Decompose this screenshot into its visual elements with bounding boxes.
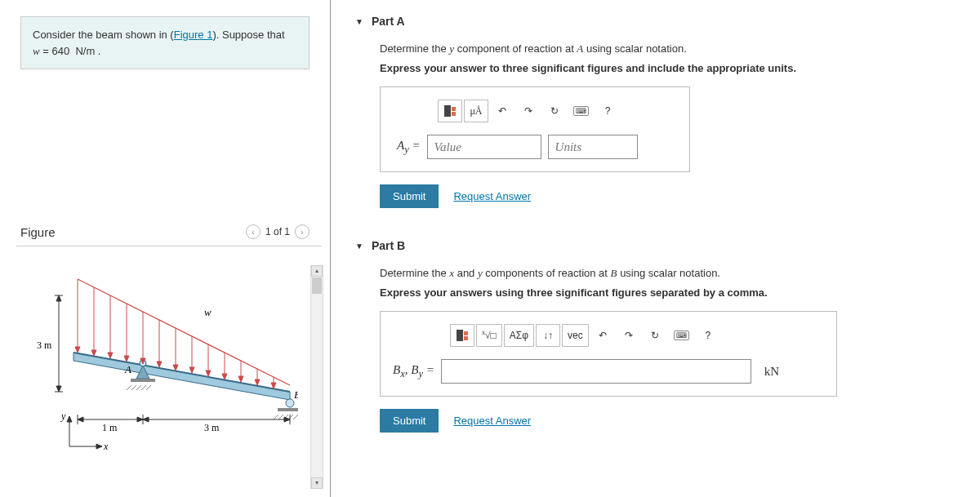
part-a-label: Ay = [397, 139, 421, 156]
help-button[interactable]: ? [595, 100, 620, 122]
svg-marker-30 [143, 417, 149, 422]
svg-marker-49 [173, 365, 178, 371]
svg-marker-57 [238, 376, 243, 382]
scroll-up-button[interactable]: ▴ [311, 265, 323, 277]
template-button[interactable] [450, 324, 474, 347]
units-button[interactable]: μÅ [464, 100, 488, 122]
svg-marker-35 [67, 416, 72, 422]
undo-button[interactable]: ↶ [590, 324, 615, 347]
svg-marker-51 [189, 367, 194, 373]
part-a-answer-row: Ay = [397, 135, 677, 159]
svg-line-13 [274, 415, 278, 419]
part-b-instruction: Express your answers using three signifi… [380, 286, 956, 299]
greek-button[interactable]: ΑΣφ [504, 324, 534, 347]
dim-3m-horiz: 3 m [204, 422, 220, 433]
keyboard-icon: ⌨ [674, 331, 689, 340]
part-b-label: Bx, By = [393, 363, 434, 380]
scroll-down-button[interactable]: ▾ [311, 477, 323, 489]
keyboard-button[interactable]: ⌨ [568, 100, 594, 122]
problem-equation: = 640 N/m . [40, 45, 101, 57]
svg-line-17 [293, 415, 298, 419]
part-a-submit-row: Submit Request Answer [380, 184, 956, 208]
redo-button[interactable]: ↷ [516, 100, 541, 122]
part-b-answer-box: x√□ ΑΣφ ↓↑ vec ↶ ↷ ↻ ⌨ ? Bx, By = kN [380, 311, 837, 397]
left-panel: Consider the beam shown in (Figure 1). S… [0, 0, 331, 497]
figure-link[interactable]: Figure 1 [174, 29, 213, 41]
problem-var: w [33, 45, 40, 57]
undo-button[interactable]: ↶ [490, 100, 514, 122]
figure-header: Figure ‹ 1 of 1 › [0, 216, 330, 246]
caret-down-icon: ▼ [355, 17, 363, 26]
submit-button[interactable]: Submit [380, 409, 439, 433]
reset-button[interactable]: ↻ [643, 324, 667, 347]
part-b-toolbar: x√□ ΑΣφ ↓↑ vec ↶ ↷ ↻ ⌨ ? [450, 324, 824, 347]
svg-marker-21 [56, 295, 61, 301]
root-icon: x√□ [482, 329, 497, 342]
svg-marker-55 [222, 374, 227, 379]
problem-text-post: ). Suppose that [212, 29, 284, 41]
units-input[interactable] [548, 135, 638, 159]
part-a-instruction: Express your answer to three significant… [380, 62, 956, 74]
part-b-submit-row: Submit Request Answer [380, 409, 956, 433]
svg-point-11 [286, 399, 294, 407]
svg-marker-47 [157, 362, 162, 367]
fraction-icon [457, 330, 468, 341]
caret-down-icon: ▼ [355, 242, 363, 251]
submit-button[interactable]: Submit [380, 184, 439, 208]
unit-label: kN [764, 365, 779, 379]
svg-line-8 [136, 385, 141, 390]
svg-line-0 [78, 279, 290, 385]
reset-button[interactable]: ↻ [542, 100, 567, 122]
mixed-fraction-icon [444, 105, 456, 117]
keyboard-button[interactable]: ⌨ [669, 324, 694, 347]
dim-3m-vert: 3 m [37, 339, 52, 351]
part-a-section: ▼ Part A Determine the y component of re… [355, 8, 964, 216]
part-b-answer-row: Bx, By = kN [393, 359, 824, 384]
svg-marker-31 [284, 417, 290, 422]
svg-rect-5 [131, 379, 155, 382]
part-a-header[interactable]: ▼ Part A [355, 8, 964, 34]
svg-marker-22 [56, 386, 61, 392]
label-A: A [124, 363, 131, 375]
keyboard-icon: ⌨ [573, 106, 589, 116]
problem-statement: Consider the beam shown in (Figure 1). S… [20, 16, 310, 69]
part-b-prompt: Determine the x and y components of reac… [380, 267, 956, 280]
scrollbar[interactable]: ▴ ▾ [310, 265, 323, 489]
svg-line-14 [278, 415, 283, 419]
figure-prev-button[interactable]: ‹ [246, 224, 261, 239]
request-answer-link[interactable]: Request Answer [453, 190, 531, 202]
figure-nav-text: 1 of 1 [265, 226, 290, 237]
vec-button[interactable]: vec [562, 324, 589, 347]
part-b-title: Part B [372, 239, 405, 252]
label-B: B [294, 388, 298, 401]
part-b-header[interactable]: ▼ Part B [355, 233, 964, 259]
value-input[interactable] [427, 135, 541, 159]
right-panel: ▼ Part A Determine the y component of re… [331, 0, 980, 497]
part-b-section: ▼ Part B Determine the x and y component… [355, 233, 964, 441]
svg-marker-61 [271, 383, 276, 388]
svg-line-9 [141, 385, 146, 390]
subscript-button[interactable]: ↓↑ [536, 324, 560, 347]
part-a-prompt: Determine the y component of reaction at… [380, 42, 956, 55]
root-button[interactable]: x√□ [476, 324, 502, 347]
help-button[interactable]: ? [696, 324, 720, 347]
figure-diagram: 3 m 1 m 3 m [0, 246, 330, 461]
request-answer-link[interactable]: Request Answer [453, 415, 531, 427]
svg-marker-43 [124, 356, 129, 362]
problem-text-pre: Consider the beam shown in ( [33, 29, 174, 41]
template-button[interactable] [438, 100, 462, 122]
label-w: w [204, 306, 212, 318]
scrollbar-thumb[interactable] [312, 277, 322, 294]
redo-button[interactable]: ↷ [617, 324, 641, 347]
svg-marker-53 [206, 371, 211, 376]
part-a-toolbar: μÅ ↶ ↷ ↻ ⌨ ? [438, 100, 677, 122]
part-a-answer-box: μÅ ↶ ↷ ↻ ⌨ ? Ay = [380, 87, 690, 172]
svg-rect-12 [278, 408, 298, 411]
svg-marker-59 [255, 379, 260, 385]
value-input[interactable] [441, 359, 751, 384]
svg-line-6 [127, 385, 131, 390]
axis-y: y [60, 410, 66, 422]
figure-next-button[interactable]: › [295, 224, 310, 239]
svg-line-10 [146, 385, 151, 390]
figure-nav: ‹ 1 of 1 › [246, 224, 310, 239]
